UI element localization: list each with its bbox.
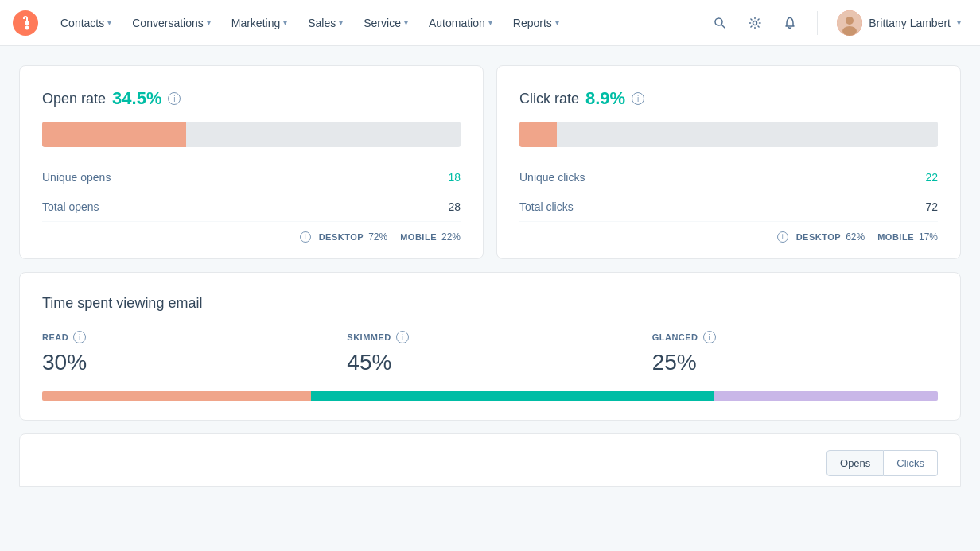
skimmed-label: SKIMMED xyxy=(347,332,391,342)
svg-line-3 xyxy=(721,25,725,28)
open-rate-device-stats: i DESKTOP 72% MOBILE 22% xyxy=(42,231,461,243)
click-rate-mobile-label: MOBILE xyxy=(877,232,914,242)
total-opens-label: Total opens xyxy=(42,200,99,213)
nav-service-chevron: ▾ xyxy=(404,18,408,27)
time-card-title: Time spent viewing email xyxy=(42,295,938,312)
tab-clicks[interactable]: Clicks xyxy=(884,450,938,476)
click-rate-mobile-value: 17% xyxy=(919,231,938,243)
unique-clicks-label: Unique clicks xyxy=(519,171,585,184)
click-rate-desktop-stat: i DESKTOP 62% xyxy=(777,231,865,243)
nav-sales[interactable]: Sales ▾ xyxy=(298,10,352,36)
svg-point-6 xyxy=(846,17,854,25)
glanced-value: 25% xyxy=(652,350,697,374)
click-rate-device-info-icon[interactable]: i xyxy=(777,231,788,243)
search-button[interactable] xyxy=(706,9,734,37)
unique-opens-label: Unique opens xyxy=(42,171,111,184)
nav-reports-chevron: ▾ xyxy=(555,18,559,27)
nav-automation-label: Automation xyxy=(429,17,485,29)
glanced-bar-segment xyxy=(714,391,938,401)
unique-clicks-value: 22 xyxy=(925,171,938,184)
navbar-right: Brittany Lambert ▾ xyxy=(706,7,967,39)
nav-automation[interactable]: Automation ▾ xyxy=(419,10,502,36)
glanced-stat: GLANCED i 25% xyxy=(652,331,938,375)
open-rate-desktop-value: 72% xyxy=(368,231,387,243)
nav-marketing-label: Marketing xyxy=(231,17,280,29)
nav-conversations-chevron: ▾ xyxy=(207,18,211,27)
click-rate-progress-fill xyxy=(519,122,557,147)
svg-point-7 xyxy=(842,26,857,36)
open-rate-value: 34.5% xyxy=(112,88,161,109)
svg-point-1 xyxy=(25,25,29,29)
glanced-stat-header: GLANCED i xyxy=(652,331,938,343)
open-rate-mobile-value: 22% xyxy=(441,231,461,243)
top-cards-row: Open rate 34.5% i Unique opens 18 Total … xyxy=(19,65,961,259)
open-rate-info-icon[interactable]: i xyxy=(168,92,181,105)
nav-contacts-chevron: ▾ xyxy=(107,18,111,27)
read-label: READ xyxy=(42,332,68,342)
open-rate-card: Open rate 34.5% i Unique opens 18 Total … xyxy=(19,65,484,259)
open-rate-mobile-label: MOBILE xyxy=(400,232,437,242)
hubspot-logo[interactable] xyxy=(13,10,38,36)
nav-reports[interactable]: Reports ▾ xyxy=(504,10,569,36)
nav-reports-label: Reports xyxy=(513,17,552,29)
click-rate-device-stats: i DESKTOP 62% MOBILE 17% xyxy=(519,231,938,243)
unique-opens-value: 18 xyxy=(448,171,461,184)
click-rate-mobile-stat: MOBILE 17% xyxy=(877,231,938,243)
open-rate-progress-fill xyxy=(42,122,186,147)
avatar xyxy=(837,10,862,36)
glanced-label: GLANCED xyxy=(652,332,698,342)
nav-sales-chevron: ▾ xyxy=(339,18,343,27)
click-rate-info-icon[interactable]: i xyxy=(632,92,644,105)
click-rate-card: Click rate 8.9% i Unique clicks 22 Total… xyxy=(496,65,961,259)
navbar-divider xyxy=(817,11,818,35)
settings-button[interactable] xyxy=(741,9,769,37)
total-opens-row: Total opens 28 xyxy=(42,192,461,222)
click-rate-desktop-label: DESKTOP xyxy=(796,232,841,242)
nav-service-label: Service xyxy=(364,17,401,29)
read-value: 30% xyxy=(42,350,87,374)
notifications-button[interactable] xyxy=(776,9,804,37)
time-stacked-bar xyxy=(42,391,938,401)
skimmed-info-icon[interactable]: i xyxy=(396,331,409,343)
nav-marketing[interactable]: Marketing ▾ xyxy=(222,10,297,36)
click-rate-header: Click rate 8.9% i xyxy=(519,88,938,109)
nav-automation-chevron: ▾ xyxy=(488,18,492,27)
tab-opens[interactable]: Opens xyxy=(826,450,884,476)
nav-conversations[interactable]: Conversations ▾ xyxy=(122,10,220,36)
time-stats-row: READ i 30% SKIMMED i 45% GLANCED i 25% xyxy=(42,331,938,375)
time-spent-card: Time spent viewing email READ i 30% SKIM… xyxy=(19,272,961,421)
skimmed-stat-header: SKIMMED i xyxy=(347,331,632,343)
main-content: Open rate 34.5% i Unique opens 18 Total … xyxy=(0,46,980,551)
open-rate-desktop-label: DESKTOP xyxy=(319,232,364,242)
total-clicks-row: Total clicks 72 xyxy=(519,192,938,222)
read-stat: READ i 30% xyxy=(42,331,328,375)
click-rate-desktop-value: 62% xyxy=(846,231,865,243)
glanced-info-icon[interactable]: i xyxy=(703,331,716,343)
nav-items: Contacts ▾ Conversations ▾ Marketing ▾ S… xyxy=(51,10,706,36)
nav-sales-label: Sales xyxy=(308,17,336,29)
nav-marketing-chevron: ▾ xyxy=(283,18,287,27)
open-rate-title: Open rate xyxy=(42,91,106,107)
unique-clicks-row: Unique clicks 22 xyxy=(519,163,938,192)
nav-contacts-label: Contacts xyxy=(60,17,104,29)
read-stat-header: READ i xyxy=(42,331,328,343)
skimmed-bar-segment xyxy=(311,391,714,401)
click-rate-title: Click rate xyxy=(519,91,579,107)
user-name: Brittany Lambert xyxy=(869,17,951,29)
open-rate-desktop-stat: i DESKTOP 72% xyxy=(300,231,388,243)
bottom-card: Opens Clicks xyxy=(19,433,961,487)
user-menu-chevron: ▾ xyxy=(957,18,961,27)
open-rate-device-info-icon[interactable]: i xyxy=(300,231,311,243)
user-menu[interactable]: Brittany Lambert ▾ xyxy=(830,7,967,39)
open-rate-header: Open rate 34.5% i xyxy=(42,88,461,109)
nav-contacts[interactable]: Contacts ▾ xyxy=(51,10,121,36)
read-info-icon[interactable]: i xyxy=(73,331,86,343)
total-clicks-label: Total clicks xyxy=(519,200,574,213)
open-rate-mobile-stat: MOBILE 22% xyxy=(400,231,461,243)
total-clicks-value: 72 xyxy=(925,200,938,213)
skimmed-stat: SKIMMED i 45% xyxy=(347,331,632,375)
nav-conversations-label: Conversations xyxy=(132,17,204,29)
nav-service[interactable]: Service ▾ xyxy=(354,10,418,36)
click-rate-value: 8.9% xyxy=(585,88,625,109)
skimmed-value: 45% xyxy=(347,350,391,374)
